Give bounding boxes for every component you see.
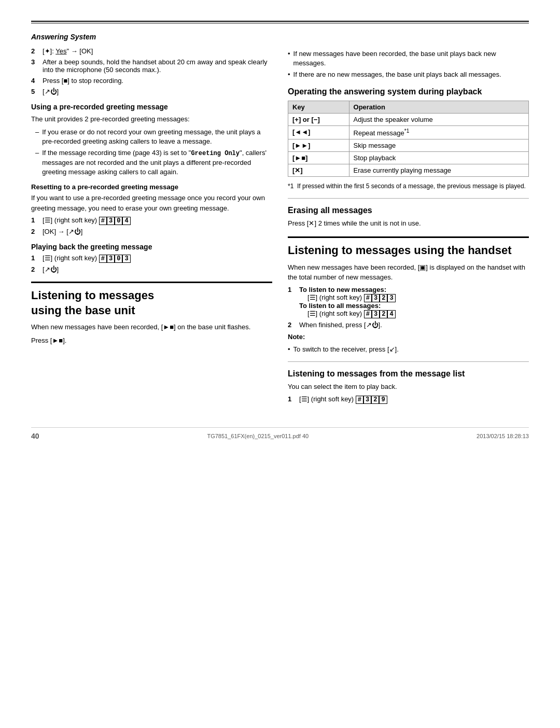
top-border-thick xyxy=(31,21,529,22)
erasing-body: Press [✕] 2 times while the unit is not … xyxy=(288,218,529,229)
dash-item-2: If the message recording time (page 43) … xyxy=(35,148,272,177)
step-2: 2 [✦]: Yes" → [OK] xyxy=(31,47,272,55)
handset-note-list: To switch to the receiver, press [↙]. xyxy=(288,345,529,354)
step-4: 4 Press [■] to stop recording. xyxy=(31,77,272,85)
to-listen-new-label: To listen to new messages: xyxy=(299,286,386,293)
op-cell: Skip message xyxy=(349,139,528,151)
footer-date: 2013/02/15 18:28:13 xyxy=(477,433,529,439)
divider-message-list xyxy=(288,361,529,362)
base-unit-section-title: Listening to messagesusing the base unit xyxy=(31,288,272,318)
page-footer: 40 TG7851_61FX(en)_0215_ver011.pdf 40 20… xyxy=(31,432,529,440)
message-list-step-1: 1 [☰] (right soft key) #329 xyxy=(288,395,529,403)
top-border-thin xyxy=(31,23,529,23)
playing-title: Playing back the greeting message xyxy=(31,243,272,251)
base-unit-bullet-1: If new messages have been recorded, the … xyxy=(288,49,529,68)
table-row: [+] or [−] Adjust the speaker volume xyxy=(288,113,529,125)
pre-recorded-dash-list: If you erase or do not record your own g… xyxy=(35,128,272,177)
to-listen-new-text: [☰] (right soft key) #323 xyxy=(307,293,396,301)
resetting-body: If you want to use a pre-recorded greeti… xyxy=(31,193,272,213)
handset-step-1: 1 To listen to new messages: [☰] (right … xyxy=(288,286,529,318)
step-3: 3 After a beep sounds, hold the handset … xyxy=(31,58,272,74)
handset-note: Note: xyxy=(288,332,529,342)
message-list-title: Listening to messages from the message l… xyxy=(288,369,529,379)
resetting-step-1: 1 [☰] (right soft key) #304 xyxy=(31,216,272,225)
handset-section-title: Listening to messages using the handset xyxy=(288,243,529,258)
key-table: Key Operation [+] or [−] Adjust the spea… xyxy=(288,101,529,177)
page: Answering System 2 [✦]: Yes" → [OK] 3 Af… xyxy=(0,0,560,728)
op-cell: Adjust the speaker volume xyxy=(349,113,528,125)
step-5: 5 [↗⏻] xyxy=(31,88,272,95)
right-column: If new messages have been recorded, the … xyxy=(288,47,529,407)
table-row: [►►] Skip message xyxy=(288,139,529,151)
base-unit-bullet-2: If there are no new messages, the base u… xyxy=(288,70,529,79)
op-cell: Erase currently playing message xyxy=(349,164,528,176)
to-listen-all-label: To listen to all messages: xyxy=(299,302,381,310)
note-label: Note: xyxy=(288,333,305,341)
operation-col-header: Operation xyxy=(349,101,528,113)
pre-recorded-title: Using a pre-recorded greeting message xyxy=(31,103,272,111)
handset-body: When new messages have been recorded, [▣… xyxy=(288,262,529,283)
divider-handset xyxy=(288,236,529,238)
playing-step-2: 2 [↗⏻] xyxy=(31,265,272,273)
key-cell: [►►] xyxy=(288,139,349,151)
divider-erasing xyxy=(288,198,529,199)
operating-title: Operating the answering system during pl… xyxy=(288,87,529,96)
handset-steps: 1 To listen to new messages: [☰] (right … xyxy=(288,286,529,329)
key-cell: [✕] xyxy=(288,164,349,176)
base-unit-body2: Press [►■]. xyxy=(31,335,272,346)
pre-recorded-body: The unit provides 2 pre-recorded greetin… xyxy=(31,114,272,124)
key-cell: [►■] xyxy=(288,151,349,164)
main-content: 2 [✦]: Yes" → [OK] 3 After a beep sounds… xyxy=(31,47,529,407)
to-listen-all-text: [☰] (right soft key) #324 xyxy=(307,310,396,317)
divider-base-unit xyxy=(31,282,272,283)
bottom-border xyxy=(31,427,529,428)
message-list-steps: 1 [☰] (right soft key) #329 xyxy=(288,395,529,403)
key-col-header: Key xyxy=(288,101,349,113)
table-row: [◄◄] Repeat message*1 xyxy=(288,125,529,139)
intro-steps: 2 [✦]: Yes" → [OK] 3 After a beep sounds… xyxy=(31,47,272,95)
resetting-step-2: 2 [OK] → [↗⏻] xyxy=(31,228,272,235)
table-footnote: *1 If pressed within the first 5 seconds… xyxy=(288,182,529,191)
key-cell: [+] or [−] xyxy=(288,113,349,125)
op-cell: Repeat message*1 xyxy=(349,125,528,139)
left-column: 2 [✦]: Yes" → [OK] 3 After a beep sounds… xyxy=(31,47,272,407)
page-number: 40 xyxy=(31,432,39,440)
dash-item-1: If you erase or do not record your own g… xyxy=(35,128,272,146)
key-cell: [◄◄] xyxy=(288,125,349,139)
base-unit-body1: When new messages have been recorded, [►… xyxy=(31,322,272,332)
playing-steps: 1 [☰] (right soft key) #303 2 [↗⏻] xyxy=(31,254,272,273)
playing-step-1: 1 [☰] (right soft key) #303 xyxy=(31,254,272,262)
resetting-steps: 1 [☰] (right soft key) #304 2 [OK] → [↗⏻… xyxy=(31,216,272,235)
footer-file: TG7851_61FX(en)_0215_ver011.pdf 40 xyxy=(207,433,309,439)
table-row: [►■] Stop playback xyxy=(288,151,529,164)
base-unit-bullets: If new messages have been recorded, the … xyxy=(288,49,529,80)
erasing-title: Erasing all messages xyxy=(288,206,529,215)
section-title: Answering System xyxy=(31,33,529,41)
handset-note-item: To switch to the receiver, press [↙]. xyxy=(288,345,529,354)
table-row: [✕] Erase currently playing message xyxy=(288,164,529,176)
op-cell: Stop playback xyxy=(349,151,528,164)
handset-step-2: 2 When finished, press [↗⏻]. xyxy=(288,321,529,329)
resetting-title: Resetting to a pre-recorded greeting mes… xyxy=(31,183,272,191)
message-list-body: You can select the item to play back. xyxy=(288,382,529,392)
